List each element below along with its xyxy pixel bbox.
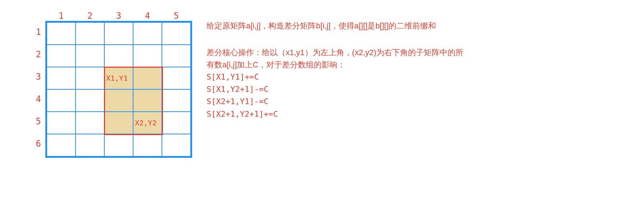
row-label: 4	[32, 88, 41, 110]
col-label: 4	[133, 11, 162, 21]
grid: X1,Y1 X2,Y2	[45, 21, 192, 158]
core-line-2: 有数a[i,j]加上C，对于差分数组的影响：	[207, 59, 463, 71]
row-label: 1	[32, 21, 41, 43]
column-headers: 1 2 3 4 5	[47, 11, 192, 21]
col-label: 1	[47, 11, 76, 21]
row-headers: 1 2 3 4 5 6	[32, 21, 41, 155]
col-label: 2	[76, 11, 104, 21]
intro-text: 给定原矩阵a[i,j]，构造差分矩阵b[i,j]，使得a[][]是b[][]的二…	[207, 20, 463, 32]
row-label: 3	[32, 66, 41, 88]
core-line-1: 差分核心操作：给以（x1,y1）为左上角，(x2,y2)为右下角的子矩阵中的所	[207, 46, 463, 59]
matrix-diagram: 1 2 3 4 5 1 2 3 4 5 6 X1,Y1 X2,Y2	[32, 11, 192, 158]
cell-bottom-right-label: X2,Y2	[133, 119, 162, 127]
formula-2: S[X1,Y2+1]-=C	[207, 83, 463, 95]
row-label: 5	[32, 110, 41, 133]
formula-3: S[X2+1,Y1]-=C	[207, 95, 463, 108]
col-label: 5	[162, 11, 191, 21]
formula-4: S[X2+1,Y2+1]+=C	[207, 108, 463, 120]
formula-1: S[X1,Y1]+=C	[207, 71, 463, 83]
explanation-text: 给定原矩阵a[i,j]，构造差分矩阵b[i,j]，使得a[][]是b[][]的二…	[207, 11, 463, 120]
row-label: 2	[32, 43, 41, 66]
col-label: 3	[104, 11, 133, 21]
cell-top-left-label: X1,Y1	[105, 74, 133, 82]
row-label: 6	[32, 133, 41, 155]
